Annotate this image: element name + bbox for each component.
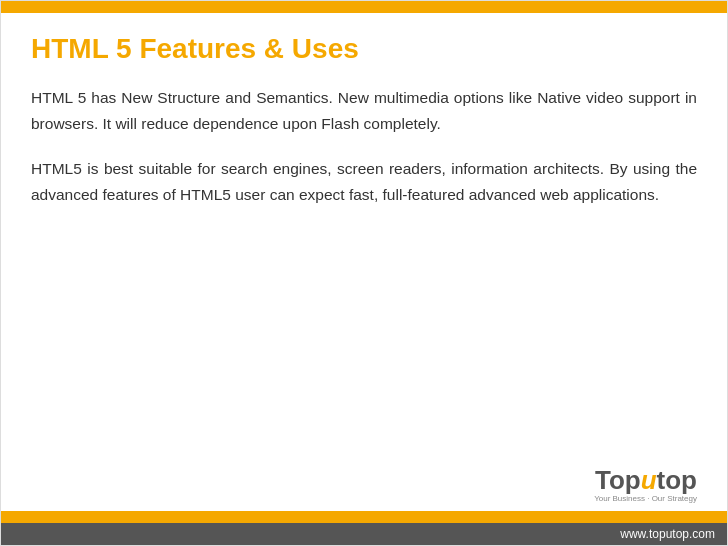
footer-area: Toputop Your Business · Our Strategy (1, 467, 727, 511)
logo-u: u (641, 465, 657, 495)
content-area: HTML 5 Features & Uses HTML 5 has New St… (1, 13, 727, 467)
slide-container: HTML 5 Features & Uses HTML 5 has New St… (0, 0, 728, 546)
paragraph-1: HTML 5 has New Structure and Semantics. … (31, 85, 697, 136)
slide-body: HTML 5 has New Structure and Semantics. … (31, 85, 697, 457)
logo-top: Top (595, 465, 641, 495)
logo-container: Toputop Your Business · Our Strategy (594, 467, 697, 503)
slide-title: HTML 5 Features & Uses (31, 33, 697, 65)
bottom-decorative-bar (1, 511, 727, 523)
logo-tagline: Your Business · Our Strategy (594, 494, 697, 503)
website-bar: www.toputop.com (1, 523, 727, 545)
website-url: www.toputop.com (620, 527, 715, 541)
top-decorative-bar (1, 1, 727, 13)
paragraph-2: HTML5 is best suitable for search engine… (31, 156, 697, 207)
logo-bottom: top (657, 465, 697, 495)
logo-text: Toputop (595, 467, 697, 493)
